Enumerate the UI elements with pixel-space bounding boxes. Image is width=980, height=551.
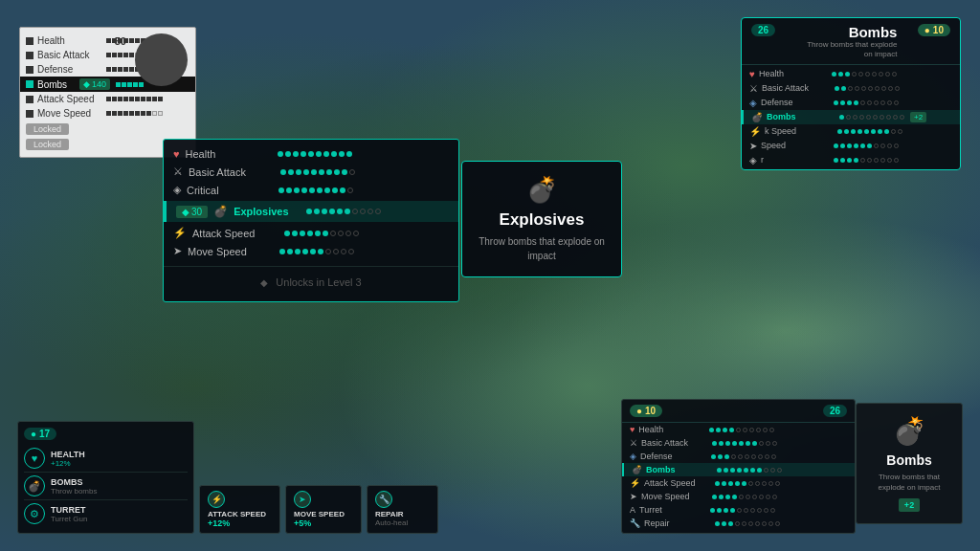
bomb-tooltip-desc: Throw bombs that explode on impact bbox=[866, 472, 952, 493]
bc-move-speed-panel: ➤ MOVE SPEED +5% bbox=[285, 485, 362, 534]
main-move-speed-dots bbox=[279, 249, 354, 254]
tr-speed-icon: ⚡ bbox=[749, 126, 761, 137]
tr-description: Throw bombs that explode on impact bbox=[801, 40, 897, 60]
tr-attack-speed-row: ⚡ k Speed bbox=[742, 124, 960, 139]
bottom-right-panel: ● 10 26 ♥ Health ⚔ Basic Attack ◈ Defens… bbox=[621, 399, 856, 534]
bl-bombs-item: 💣 BOMBS Throw bombs bbox=[24, 473, 188, 500]
tr-extra-row: ◈ r bbox=[742, 153, 960, 169]
br-bombs-row[interactable]: 💣 Bombs bbox=[622, 463, 855, 476]
tr-defense-row: ◈ Defense bbox=[742, 96, 960, 110]
bc-move-speed-value: +5% bbox=[294, 518, 353, 528]
attack-speed-row: Attack Speed bbox=[20, 92, 195, 106]
explosives-title: Explosives bbox=[476, 210, 608, 230]
main-health-label: Health bbox=[186, 148, 272, 160]
main-explosives-row[interactable]: ◆ 30 💣 Explosives bbox=[164, 201, 458, 222]
basic-attack-label: Basic Attack bbox=[37, 50, 102, 60]
tr-bombs-row[interactable]: 💣 Bombs +2 bbox=[742, 110, 960, 124]
main-critical-row: ◈ Critical bbox=[173, 181, 449, 199]
br-turret-row: A Turret bbox=[622, 503, 855, 517]
basic-attack-icon bbox=[26, 52, 33, 59]
br-repair-label: Repair bbox=[644, 518, 711, 528]
heart-icon: ♥ bbox=[173, 148, 180, 160]
main-attack-speed-dots bbox=[284, 231, 359, 236]
main-health-row: ♥ Health bbox=[173, 145, 449, 163]
tr-sword-icon: ⚔ bbox=[749, 83, 758, 94]
br-level-badge: 26 bbox=[823, 405, 847, 417]
top-right-panel: 26 Bombs Throw bombs that explode on imp… bbox=[741, 17, 961, 170]
tr-health-row: ♥ Health bbox=[742, 67, 960, 81]
move-speed-icon bbox=[26, 110, 33, 118]
br-basic-attack-row: ⚔ Basic Attack bbox=[622, 436, 855, 450]
defense-icon bbox=[26, 66, 33, 74]
br-basic-attack-label: Basic Attack bbox=[641, 438, 708, 448]
defense-label: Defense bbox=[37, 64, 102, 75]
bc-repair-sub: Auto-heal bbox=[375, 518, 430, 527]
bc-move-speed-icon: ➤ bbox=[294, 491, 311, 508]
br-health-row: ♥ Health bbox=[622, 423, 855, 436]
tr-basic-attack-label: Basic Attack bbox=[762, 83, 831, 93]
bl-health-item: ♥ HEALTH +12% bbox=[24, 445, 188, 473]
main-move-speed-label: Move Speed bbox=[188, 246, 274, 257]
bombs-icon bbox=[26, 80, 33, 88]
bomb-icon-main: 💣 bbox=[213, 205, 228, 218]
bl-bombs-title: BOMBS bbox=[51, 477, 97, 487]
bl-bombs-text: BOMBS Throw bombs bbox=[51, 477, 97, 496]
main-attack-speed-row: ⚡ Attack Speed bbox=[164, 224, 458, 242]
bomb-bonus-badge: +2 bbox=[899, 498, 920, 512]
unlocks-row: ◆ Unlocks in Level 3 bbox=[164, 266, 458, 294]
br-header: ● 10 26 bbox=[622, 400, 855, 422]
bc-repair-title: REPAIR bbox=[375, 510, 430, 518]
tr-speed-label: Speed bbox=[761, 141, 830, 150]
tr-basic-attack-row: ⚔ Basic Attack bbox=[742, 81, 960, 96]
tr-extra-icon: ◈ bbox=[749, 155, 757, 165]
br-health-label: Health bbox=[638, 425, 705, 434]
bl-turret-title: TURRET bbox=[51, 505, 87, 515]
locked-badge-1: Locked bbox=[26, 123, 69, 135]
bl-health-text: HEALTH +12% bbox=[51, 450, 85, 468]
unlocks-label: Unlocks in Level 3 bbox=[276, 276, 361, 288]
bl-level-badge: ● 17 bbox=[24, 428, 56, 440]
bc-attack-speed-panel: ⚡ ATTACK SPEED +12% bbox=[199, 485, 280, 534]
bl-level-icon: ● bbox=[31, 429, 36, 439]
bc-attack-speed-icon: ⚡ bbox=[208, 491, 225, 508]
tr-header: 26 Bombs Throw bombs that explode on imp… bbox=[742, 18, 960, 64]
coin-icon: ● bbox=[924, 25, 930, 35]
tr-bombs-label: Bombs bbox=[767, 112, 835, 121]
br-repair-row: 🔧 Repair bbox=[622, 517, 855, 533]
bc-repair-icon: 🔧 bbox=[375, 491, 392, 508]
br-move-speed-row: ➤ Move Speed bbox=[622, 490, 855, 503]
bombs-dots bbox=[116, 82, 144, 87]
bl-bombs-icon: 💣 bbox=[24, 475, 45, 496]
br-turret-label: Turret bbox=[639, 505, 706, 515]
bc-attack-speed-value: +12% bbox=[208, 518, 272, 528]
bottom-center-group: ⚡ ATTACK SPEED +12% ➤ MOVE SPEED +5% 🔧 R… bbox=[199, 485, 438, 534]
explosives-large-icon: 💣 bbox=[476, 175, 608, 205]
bl-health-sub: +12% bbox=[51, 459, 85, 468]
br-defense-label: Defense bbox=[640, 452, 707, 461]
bomb-tooltip-title: Bombs bbox=[866, 452, 952, 468]
main-explosives-dots bbox=[306, 209, 381, 214]
main-basic-attack-dots bbox=[280, 169, 355, 175]
main-explosives-label: Explosives bbox=[234, 206, 301, 217]
locked-badge-2: Locked bbox=[26, 139, 69, 150]
bc-repair-panel: 🔧 REPAIR Auto-heal bbox=[367, 485, 438, 534]
tr-divider bbox=[742, 64, 960, 65]
bl-health-icon: ♥ bbox=[24, 448, 45, 469]
bl-turret-item: ⚙ TURRET Turret Gun bbox=[24, 500, 188, 527]
main-critical-dots bbox=[278, 187, 353, 193]
bc-attack-speed-title: ATTACK SPEED bbox=[208, 510, 272, 518]
bl-turret-icon: ⚙ bbox=[24, 503, 45, 524]
diamond-icon: ◆ bbox=[260, 277, 268, 288]
top-stats-section: ♥ Health ⚔ Basic Attack ◈ Critical bbox=[164, 140, 458, 199]
tr-defense-label: Defense bbox=[761, 98, 830, 107]
main-health-dots bbox=[278, 151, 352, 157]
attack-speed-label: Attack Speed bbox=[37, 94, 102, 104]
tr-health-label: Health bbox=[759, 69, 828, 78]
bomb-tooltip-br: 💣 Bombs Throw bombs that explode on impa… bbox=[856, 403, 963, 524]
main-basic-attack-row: ⚔ Basic Attack bbox=[173, 163, 449, 181]
main-attack-speed-label: Attack Speed bbox=[192, 228, 278, 239]
panel-number: 50 bbox=[115, 35, 126, 47]
br-attack-speed-label: Attack Speed bbox=[644, 478, 711, 488]
main-critical-label: Critical bbox=[187, 185, 273, 196]
tr-bonus-badge: +2 bbox=[910, 112, 926, 122]
